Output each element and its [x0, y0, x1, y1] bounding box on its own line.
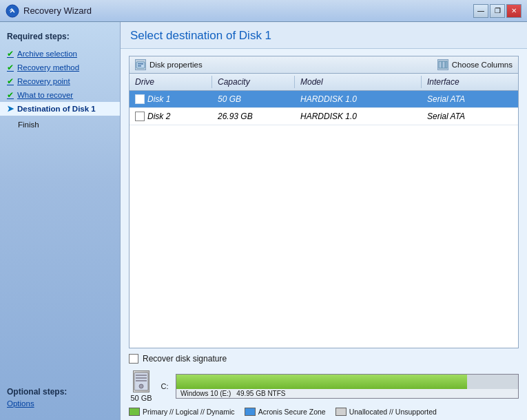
svg-point-11 — [139, 384, 143, 388]
cell-capacity: 26.93 GB — [212, 110, 295, 123]
choose-columns-label[interactable]: Choose Columns — [452, 61, 513, 69]
legend: Primary // Logical // Dynamic Acronis Se… — [129, 408, 519, 416]
cell-drive: Disk 1 — [130, 93, 212, 105]
arrow-icon: ➤ — [7, 104, 14, 114]
svg-rect-5 — [442, 61, 445, 68]
legend-label-acronis: Acronis Secure Zone — [258, 408, 326, 416]
legend-box-unallocated — [335, 408, 347, 416]
sidebar-item-recovery-method[interactable]: ✔ Recovery method — [0, 61, 120, 74]
toolbar-right: Choose Columns — [437, 59, 513, 70]
sidebar-item-destination[interactable]: ➤ Destination of Disk 1 — [0, 102, 120, 116]
main-window: Required steps: ✔ Archive selection ✔ Re… — [0, 22, 527, 420]
recover-signature-row: Recover disk signature — [129, 354, 519, 364]
svg-rect-1 — [136, 62, 145, 68]
disk-table-wrapper: Disk properties Choose Columns Drive Ca — [129, 56, 519, 348]
checkmark-icon: ✔ — [7, 63, 14, 72]
cell-model: HARDDISK 1.0 — [295, 110, 422, 123]
svg-rect-10 — [136, 380, 147, 381]
svg-rect-4 — [439, 61, 442, 68]
content-header: Select destination of Disk 1 — [121, 22, 527, 49]
header-capacity: Capacity — [212, 76, 295, 88]
window-title: Recovery Wizard — [23, 6, 473, 16]
table-header: Drive Capacity Model Interface — [130, 74, 518, 91]
cell-capacity: 50 GB — [212, 93, 295, 105]
recover-signature-checkbox[interactable] — [129, 354, 138, 364]
content-title: Select destination of Disk 1 — [130, 29, 517, 43]
optional-section: Optional steps: Options — [0, 381, 120, 410]
disk-properties-icon — [135, 59, 146, 70]
cell-drive: Disk 2 — [130, 110, 212, 123]
drive-icon — [135, 112, 145, 121]
legend-item-primary: Primary // Logical // Dynamic — [129, 408, 235, 416]
legend-item-acronis: Acronis Secure Zone — [245, 408, 326, 416]
legend-box-primary — [129, 408, 140, 416]
sidebar-item-label: Recovery method — [17, 63, 79, 72]
legend-item-unallocated: Unallocated // Unsupported — [335, 408, 437, 416]
sidebar-item-label: Archive selection — [17, 50, 77, 58]
header-drive: Drive — [130, 76, 212, 88]
sidebar-item-archive-selection[interactable]: ✔ Archive selection — [0, 47, 120, 61]
maximize-button[interactable]: ❐ — [490, 4, 505, 18]
recover-signature-label: Recover disk signature — [143, 354, 227, 364]
sidebar-item-recovery-point[interactable]: ✔ Recovery point — [0, 74, 120, 88]
titlebar: Recovery Wizard — ❐ ✕ — [0, 0, 527, 22]
app-icon — [6, 4, 19, 18]
sidebar-item-label: Destination of Disk 1 — [17, 105, 96, 113]
window-controls: — ❐ ✕ — [473, 4, 521, 18]
cell-interface: Serial ATA — [422, 110, 518, 123]
table-row[interactable]: Disk 1 50 GB HARDDISK 1.0 Serial ATA — [130, 91, 518, 108]
disk-toolbar: Disk properties Choose Columns — [130, 56, 518, 74]
table-row[interactable]: Disk 2 26.93 GB HARDDISK 1.0 Serial ATA — [130, 108, 518, 125]
finish-label: Finish — [18, 120, 39, 129]
partition-name: Windows 10 (E:) — [180, 390, 231, 397]
cell-model: HARDDISK 1.0 — [295, 93, 422, 105]
partition-label: C: — [161, 382, 169, 390]
sidebar: Required steps: ✔ Archive selection ✔ Re… — [0, 22, 121, 420]
checkmark-icon: ✔ — [7, 90, 14, 100]
content-area: Select destination of Disk 1 Disk proper… — [121, 22, 527, 420]
checkmark-icon: ✔ — [7, 49, 14, 59]
svg-rect-3 — [138, 65, 141, 67]
choose-columns-icon — [437, 59, 448, 70]
disk-size-label: 50 GB — [129, 394, 154, 402]
sidebar-item-label: What to recover — [17, 91, 73, 99]
header-interface: Interface — [422, 76, 518, 88]
disk-visual: 50 GB C: Windows 10 (E:) 49.95 GB NTFS — [129, 370, 519, 402]
disk-properties-label[interactable]: Disk properties — [149, 61, 203, 69]
close-button[interactable]: ✕ — [506, 4, 521, 18]
legend-label-primary: Primary // Logical // Dynamic — [143, 408, 235, 416]
sidebar-item-finish[interactable]: Finish — [0, 118, 120, 131]
drive-icon — [135, 94, 145, 104]
svg-rect-2 — [138, 63, 143, 65]
partition-size: 49.95 GB NTFS — [236, 390, 285, 397]
optional-title: Optional steps: — [7, 387, 113, 397]
svg-rect-6 — [446, 61, 447, 68]
minimize-button[interactable]: — — [473, 4, 488, 18]
svg-rect-8 — [136, 375, 147, 376]
required-steps-title: Required steps: — [0, 32, 120, 47]
table-body: Disk 1 50 GB HARDDISK 1.0 Serial ATA Dis… — [130, 91, 518, 229]
sidebar-item-label: Recovery point — [17, 77, 70, 85]
toolbar-left: Disk properties — [135, 59, 203, 70]
header-model: Model — [295, 76, 422, 88]
svg-rect-9 — [136, 377, 147, 379]
legend-label-unallocated: Unallocated // Unsupported — [349, 408, 437, 416]
sidebar-item-what-to-recover[interactable]: ✔ What to recover — [0, 88, 120, 102]
cell-interface: Serial ATA — [422, 93, 518, 105]
legend-box-acronis — [245, 408, 256, 416]
checkmark-icon: ✔ — [7, 76, 14, 86]
disk-icon-visual — [133, 370, 149, 392]
options-link[interactable]: Options — [7, 399, 113, 408]
